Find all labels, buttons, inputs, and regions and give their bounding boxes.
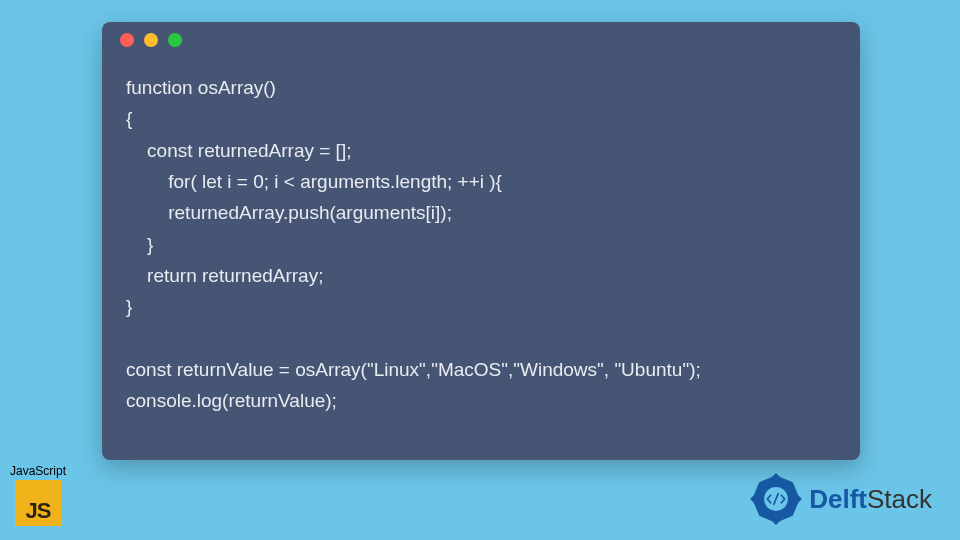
brand-primary: Delft: [809, 484, 867, 514]
language-label: JavaScript: [8, 464, 68, 478]
brand-name: DelftStack: [809, 484, 932, 515]
code-content: function osArray() { const returnedArray…: [102, 58, 860, 417]
window-titlebar: [102, 22, 860, 58]
delftstack-logo-icon: [749, 472, 803, 526]
maximize-icon: [168, 33, 182, 47]
code-window: function osArray() { const returnedArray…: [102, 22, 860, 460]
logo-text: JS: [26, 498, 51, 524]
minimize-icon: [144, 33, 158, 47]
javascript-logo-icon: JS: [15, 480, 61, 526]
close-icon: [120, 33, 134, 47]
language-badge: JavaScript JS: [8, 464, 68, 526]
brand-secondary: Stack: [867, 484, 932, 514]
brand-logo-area: DelftStack: [749, 472, 932, 526]
